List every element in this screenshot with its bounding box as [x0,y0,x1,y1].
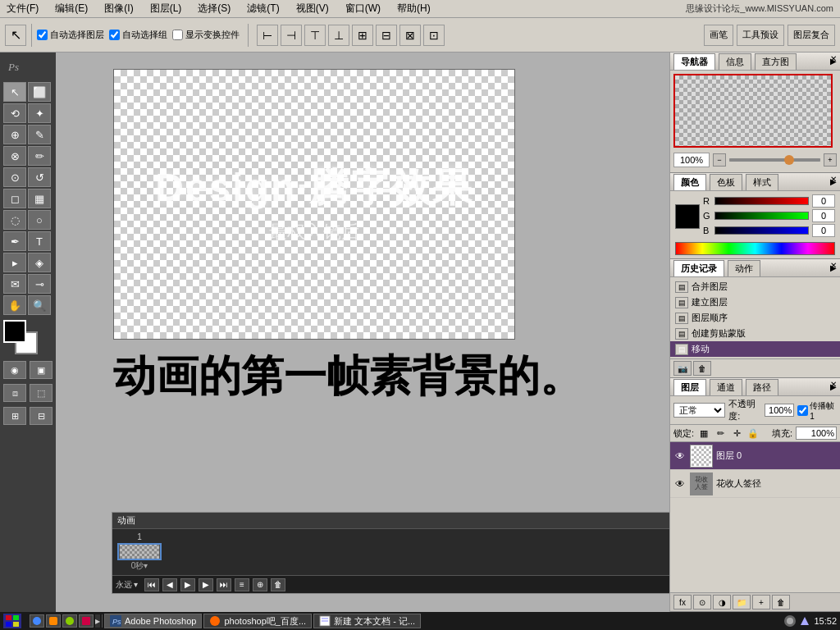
tab-swatches[interactable]: 色板 [710,174,742,190]
history-close-btn[interactable]: ✕ [830,261,837,270]
layer-comp-btn[interactable]: 图层复合 [788,25,835,46]
brush-panel-btn[interactable]: 画笔 [704,25,733,46]
heal-tool[interactable]: ⊗ [3,146,26,166]
mode-btn-2[interactable]: ⬚ [30,384,52,402]
blur-tool[interactable]: ◌ [3,210,26,230]
play-first-btn[interactable]: ⏮ [144,578,159,591]
clone-tool[interactable]: ⊙ [3,167,26,187]
screen-mode-icon[interactable]: ▣ [30,361,52,379]
r-val[interactable]: 0 [812,194,835,208]
tab-info[interactable]: 信息 [719,53,751,70]
auto-select-layer-checkbox[interactable]: 自动选择图层 [37,29,104,41]
tab-histogram[interactable]: 直方图 [755,53,797,70]
r-slider[interactable] [714,197,809,205]
taskbar-icon-2[interactable] [46,614,61,628]
align-btn-2[interactable]: ⊣ [281,25,302,46]
fill-input[interactable]: 100% [796,427,837,440]
g-slider[interactable] [714,212,809,220]
canvas-image[interactable]: Design·腾字效果 最权入镜后 [113,69,515,340]
crop-tool[interactable]: ⊕ [3,125,26,144]
magic-wand-tool[interactable]: ✦ [28,103,51,123]
quick-mask-icon[interactable]: ◉ [3,361,26,379]
type-tool[interactable]: T [28,231,51,251]
mode-btn-4[interactable]: ⊟ [30,407,52,425]
menu-window[interactable]: 窗口(W) [342,0,384,17]
navigator-close-btn[interactable]: ✕ [830,54,837,63]
marquee-tool[interactable]: ⬜ [28,82,51,102]
history-snapshot-btn[interactable]: 📷 [673,361,692,376]
layer-mask-btn[interactable]: ⊙ [693,595,711,609]
taskbar-notepad[interactable]: 新建 文本文档 - 记... [313,614,421,628]
align-btn-7[interactable]: ⊠ [399,25,421,46]
tool-preset-btn[interactable]: 工具预设 [737,25,784,46]
notes-tool[interactable]: ✉ [3,274,26,294]
opacity-input[interactable]: 100% [765,404,794,417]
tab-color[interactable]: 颜色 [673,174,706,190]
taskbar-icon-1[interactable] [30,614,44,628]
show-transform-checkbox[interactable]: 显示变换控件 [172,29,240,41]
tray-icon-2[interactable] [799,615,810,627]
align-btn-8[interactable]: ⊡ [423,25,445,46]
align-btn-1[interactable]: ⊢ [257,25,278,46]
taskbar-icon-3[interactable] [62,614,77,628]
loop-dropdown-icon[interactable]: ▾ [134,580,138,589]
copy-frame-btn[interactable]: ⊕ [253,578,267,591]
tab-navigator[interactable]: 导航器 [673,53,715,70]
history-item-4[interactable]: ▤ 移动 [670,341,840,357]
history-delete-btn[interactable]: 🗑 [693,361,711,376]
lock-position-icon[interactable]: ✛ [730,427,743,439]
layers-close-btn[interactable]: ✕ [830,380,837,389]
align-btn-3[interactable]: ⊤ [304,25,326,46]
history-brush-tool[interactable]: ↺ [28,167,51,187]
play-prev-btn[interactable]: ◀ [162,578,177,591]
tween-btn[interactable]: ≡ [235,578,249,591]
tab-styles[interactable]: 样式 [746,174,778,190]
history-item-3[interactable]: ▤ 创建剪贴蒙版 [670,326,840,341]
align-btn-5[interactable]: ⊞ [352,25,373,46]
menu-layer[interactable]: 图层(L) [147,0,185,17]
layer-group-btn[interactable]: 📁 [733,595,751,609]
color-spectrum[interactable] [675,242,835,255]
menu-view[interactable]: 视图(V) [293,0,332,17]
delete-layer-btn[interactable]: 🗑 [772,595,790,609]
lock-pixels-icon[interactable]: ✏ [714,427,727,439]
tab-layers[interactable]: 图层 [673,379,706,395]
gradient-tool[interactable]: ▦ [28,189,51,208]
color-close-btn[interactable]: ✕ [830,175,837,184]
history-item-0[interactable]: ▤ 合并图层 [670,279,840,294]
zoom-tool[interactable]: 🔍 [28,295,51,315]
menu-help[interactable]: 帮助(H) [394,0,434,17]
hand-tool[interactable]: ✋ [3,295,26,315]
layer-style-btn[interactable]: fx [673,595,692,609]
path-select-tool[interactable]: ▸ [3,253,26,272]
dodge-tool[interactable]: ○ [28,210,51,230]
history-item-1[interactable]: ▤ 建立图层 [670,294,840,310]
lock-all-icon[interactable]: 🔒 [746,427,760,439]
b-slider[interactable] [714,226,809,235]
tab-paths[interactable]: 路径 [746,379,778,395]
mode-btn-3[interactable]: ⊞ [3,407,26,425]
play-next-btn[interactable]: ▶ [199,578,213,591]
g-val[interactable]: 0 [812,209,835,222]
delete-frame-btn[interactable]: 🗑 [271,578,285,591]
auto-select-group-checkbox[interactable]: 自动选择组 [109,29,167,41]
taskbar-arrow[interactable]: ▶ [95,614,100,628]
menu-image[interactable]: 图像(I) [101,0,136,17]
layer-adj-btn[interactable]: ◑ [713,595,731,609]
layer-visibility-1[interactable]: 👁 [673,477,687,491]
menu-edit[interactable]: 编辑(E) [52,0,91,17]
anim-frame-thumb-1[interactable] [117,543,162,560]
layer-row-0[interactable]: 👁 图层 0 [670,442,840,470]
taskbar-photoshop[interactable]: Ps Adobe Photoshop [104,614,202,628]
zoom-in-btn[interactable]: + [824,153,837,167]
propagate-checkbox[interactable] [797,405,808,416]
layer-visibility-0[interactable]: 👁 [673,450,687,463]
shape-tool[interactable]: ◈ [28,253,51,272]
play-last-btn[interactable]: ⏭ [217,578,231,591]
align-btn-6[interactable]: ⊟ [376,25,397,46]
tray-icon-1[interactable] [784,615,796,627]
mode-btn-1[interactable]: ⧈ [3,384,26,402]
foreground-color-box[interactable] [3,320,26,343]
menu-file[interactable]: 文件(F) [3,0,42,17]
menu-filter[interactable]: 滤镜(T) [244,0,282,17]
